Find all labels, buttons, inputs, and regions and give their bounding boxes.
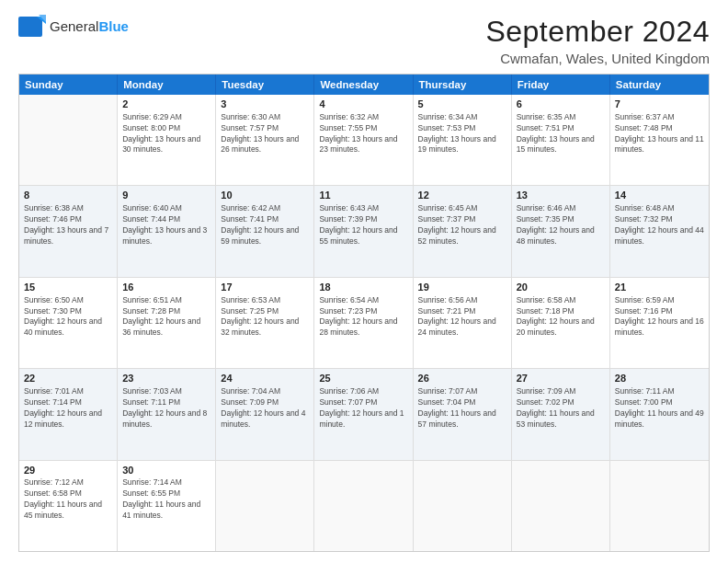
logo-blue: Blue	[98, 18, 129, 34]
day-num: 21	[615, 281, 704, 294]
cell-r3-c3: 25 Sunrise: 7:06 AMSunset: 7:07 PMDaylig…	[314, 369, 413, 459]
cell-r3-c5: 27 Sunrise: 7:09 AMSunset: 7:02 PMDaylig…	[512, 369, 610, 459]
day-num: 18	[319, 281, 407, 294]
cell-sunrise: Sunrise: 6:34 AMSunset: 7:53 PMDaylight:…	[418, 112, 496, 155]
calendar: Sunday Monday Tuesday Wednesday Thursday…	[18, 74, 710, 552]
cell-sunrise: Sunrise: 6:29 AMSunset: 8:00 PMDaylight:…	[122, 112, 200, 155]
day-num: 16	[122, 281, 210, 294]
cell-sunrise: Sunrise: 6:32 AMSunset: 7:55 PMDaylight:…	[319, 112, 397, 155]
cell-r1-c5: 13 Sunrise: 6:46 AMSunset: 7:35 PMDaylig…	[512, 186, 610, 276]
logo-text: GeneralBlue	[50, 18, 129, 35]
cell-sunrise: Sunrise: 6:46 AMSunset: 7:35 PMDaylight:…	[517, 203, 595, 246]
cell-sunrise: Sunrise: 6:40 AMSunset: 7:44 PMDaylight:…	[122, 203, 207, 246]
cell-r3-c6: 28 Sunrise: 7:11 AMSunset: 7:00 PMDaylig…	[610, 369, 709, 459]
day-num: 9	[122, 189, 210, 202]
day-num: 27	[517, 372, 605, 385]
day-num: 12	[418, 189, 506, 202]
cell-r1-c6: 14 Sunrise: 6:48 AMSunset: 7:32 PMDaylig…	[610, 186, 709, 276]
day-num: 13	[517, 189, 605, 202]
month-title: September 2024	[485, 15, 710, 49]
cell-r4-c2	[216, 461, 314, 551]
cell-r3-c2: 24 Sunrise: 7:04 AMSunset: 7:09 PMDaylig…	[216, 369, 314, 459]
day-num: 26	[418, 372, 506, 385]
title-block: September 2024 Cwmafan, Wales, United Ki…	[485, 15, 710, 66]
cell-sunrise: Sunrise: 6:38 AMSunset: 7:46 PMDaylight:…	[24, 203, 108, 246]
cell-r2-c6: 21 Sunrise: 6:59 AMSunset: 7:16 PMDaylig…	[610, 278, 709, 368]
location: Cwmafan, Wales, United Kingdom	[485, 51, 710, 66]
day-num: 22	[24, 372, 112, 385]
cell-sunrise: Sunrise: 6:30 AMSunset: 7:57 PMDaylight:…	[221, 112, 299, 155]
day-num: 15	[24, 281, 112, 294]
cell-r3-c1: 23 Sunrise: 7:03 AMSunset: 7:11 PMDaylig…	[118, 369, 216, 459]
cell-r0-c5: 6 Sunrise: 6:35 AMSunset: 7:51 PMDayligh…	[512, 95, 610, 185]
cell-r4-c0: 29 Sunrise: 7:12 AMSunset: 6:58 PMDaylig…	[19, 461, 118, 551]
day-num: 14	[615, 189, 704, 202]
cell-sunrise: Sunrise: 6:50 AMSunset: 7:30 PMDaylight:…	[24, 295, 102, 338]
cell-r1-c4: 12 Sunrise: 6:45 AMSunset: 7:37 PMDaylig…	[414, 186, 512, 276]
header-friday: Friday	[512, 75, 610, 95]
calendar-row-4: 29 Sunrise: 7:12 AMSunset: 6:58 PMDaylig…	[19, 461, 709, 551]
cell-sunrise: Sunrise: 6:35 AMSunset: 7:51 PMDaylight:…	[517, 112, 595, 155]
cell-sunrise: Sunrise: 7:06 AMSunset: 7:07 PMDaylight:…	[319, 386, 404, 429]
cell-r0-c1: 2 Sunrise: 6:29 AMSunset: 8:00 PMDayligh…	[118, 95, 216, 185]
cell-sunrise: Sunrise: 6:37 AMSunset: 7:48 PMDaylight:…	[615, 112, 704, 155]
cell-r2-c4: 19 Sunrise: 6:56 AMSunset: 7:21 PMDaylig…	[414, 278, 512, 368]
cell-sunrise: Sunrise: 6:43 AMSunset: 7:39 PMDaylight:…	[319, 203, 397, 246]
day-num: 5	[418, 98, 506, 111]
cell-sunrise: Sunrise: 6:53 AMSunset: 7:25 PMDaylight:…	[221, 295, 299, 338]
cell-sunrise: Sunrise: 6:56 AMSunset: 7:21 PMDaylight:…	[418, 295, 496, 338]
cell-sunrise: Sunrise: 7:11 AMSunset: 7:00 PMDaylight:…	[615, 386, 704, 429]
cell-r2-c5: 20 Sunrise: 6:58 AMSunset: 7:18 PMDaylig…	[512, 278, 610, 368]
cell-r1-c0: 8 Sunrise: 6:38 AMSunset: 7:46 PMDayligh…	[19, 186, 118, 276]
cell-r0-c4: 5 Sunrise: 6:34 AMSunset: 7:53 PMDayligh…	[414, 95, 512, 185]
header-saturday: Saturday	[610, 75, 709, 95]
calendar-header: Sunday Monday Tuesday Wednesday Thursday…	[19, 75, 709, 95]
cell-r2-c2: 17 Sunrise: 6:53 AMSunset: 7:25 PMDaylig…	[216, 278, 314, 368]
cell-r1-c1: 9 Sunrise: 6:40 AMSunset: 7:44 PMDayligh…	[118, 186, 216, 276]
cell-sunrise: Sunrise: 6:51 AMSunset: 7:28 PMDaylight:…	[122, 295, 200, 338]
day-num: 4	[319, 98, 407, 111]
day-num: 11	[319, 189, 407, 202]
logo-icon	[18, 15, 46, 39]
cell-r3-c0: 22 Sunrise: 7:01 AMSunset: 7:14 PMDaylig…	[19, 369, 118, 459]
cell-r4-c1: 30 Sunrise: 7:14 AMSunset: 6:55 PMDaylig…	[118, 461, 216, 551]
header: GeneralBlue September 2024 Cwmafan, Wale…	[18, 15, 710, 66]
header-tuesday: Tuesday	[216, 75, 314, 95]
cell-r1-c3: 11 Sunrise: 6:43 AMSunset: 7:39 PMDaylig…	[314, 186, 413, 276]
day-num: 8	[24, 189, 112, 202]
header-thursday: Thursday	[414, 75, 512, 95]
cell-r0-c3: 4 Sunrise: 6:32 AMSunset: 7:55 PMDayligh…	[314, 95, 413, 185]
day-num: 10	[221, 189, 309, 202]
cell-sunrise: Sunrise: 7:12 AMSunset: 6:58 PMDaylight:…	[24, 477, 102, 520]
cell-r0-c0	[19, 95, 118, 185]
cell-sunrise: Sunrise: 6:54 AMSunset: 7:23 PMDaylight:…	[319, 295, 397, 338]
calendar-row-2: 15 Sunrise: 6:50 AMSunset: 7:30 PMDaylig…	[19, 278, 709, 369]
cell-sunrise: Sunrise: 6:59 AMSunset: 7:16 PMDaylight:…	[615, 295, 704, 338]
cell-sunrise: Sunrise: 7:09 AMSunset: 7:02 PMDaylight:…	[517, 386, 595, 429]
logo: GeneralBlue	[18, 15, 129, 39]
header-wednesday: Wednesday	[314, 75, 413, 95]
cell-sunrise: Sunrise: 7:01 AMSunset: 7:14 PMDaylight:…	[24, 386, 102, 429]
day-num: 23	[122, 372, 210, 385]
day-num: 3	[221, 98, 309, 111]
cell-r2-c3: 18 Sunrise: 6:54 AMSunset: 7:23 PMDaylig…	[314, 278, 413, 368]
cell-sunrise: Sunrise: 6:42 AMSunset: 7:41 PMDaylight:…	[221, 203, 299, 246]
page: GeneralBlue September 2024 Cwmafan, Wale…	[0, 0, 728, 563]
cell-r0-c6: 7 Sunrise: 6:37 AMSunset: 7:48 PMDayligh…	[610, 95, 709, 185]
day-num: 30	[122, 464, 210, 477]
calendar-row-1: 8 Sunrise: 6:38 AMSunset: 7:46 PMDayligh…	[19, 186, 709, 277]
calendar-row-0: 2 Sunrise: 6:29 AMSunset: 8:00 PMDayligh…	[19, 95, 709, 186]
cell-r2-c0: 15 Sunrise: 6:50 AMSunset: 7:30 PMDaylig…	[19, 278, 118, 368]
cell-r4-c3	[314, 461, 413, 551]
cell-sunrise: Sunrise: 6:45 AMSunset: 7:37 PMDaylight:…	[418, 203, 496, 246]
day-num: 24	[221, 372, 309, 385]
cell-r1-c2: 10 Sunrise: 6:42 AMSunset: 7:41 PMDaylig…	[216, 186, 314, 276]
cell-sunrise: Sunrise: 6:58 AMSunset: 7:18 PMDaylight:…	[517, 295, 595, 338]
cell-r4-c4	[414, 461, 512, 551]
cell-sunrise: Sunrise: 6:48 AMSunset: 7:32 PMDaylight:…	[615, 203, 704, 246]
day-num: 28	[615, 372, 704, 385]
calendar-body: 2 Sunrise: 6:29 AMSunset: 8:00 PMDayligh…	[19, 95, 709, 551]
cell-sunrise: Sunrise: 7:04 AMSunset: 7:09 PMDaylight:…	[221, 386, 305, 429]
svg-rect-0	[18, 17, 42, 37]
day-num: 19	[418, 281, 506, 294]
